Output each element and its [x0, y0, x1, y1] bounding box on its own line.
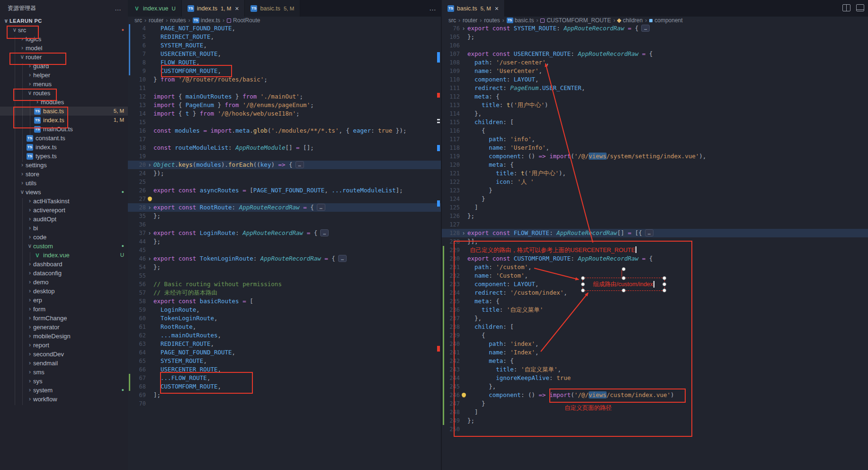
tree-item-index-vue[interactable]: Vindex.vueU — [0, 251, 128, 260]
code-line-24[interactable]: 24}); — [128, 169, 441, 178]
tree-item-seconddev[interactable]: ›secondDev — [0, 350, 128, 359]
tree-item-report[interactable]: ›report — [0, 341, 128, 350]
editor-layout-icon[interactable] — [856, 4, 864, 11]
code-line-55[interactable]: 55 — [128, 271, 441, 280]
code-line-10[interactable]: 10} from '/@/router/routes/basic'; — [128, 75, 441, 84]
code-line-66[interactable]: 66 USERCENTER_ROUTE, — [128, 365, 441, 374]
code-line-232[interactable]: 232 name: 'Custom', — [442, 271, 868, 280]
code-line-106[interactable]: 106 — [442, 41, 868, 50]
breadcrumb-item-routes[interactable]: routes — [484, 17, 500, 24]
code-line-57[interactable]: 57// 未经许可的基本路由 — [128, 289, 441, 297]
code-line-228[interactable]: 228}]; — [442, 237, 868, 246]
tree-item-routes[interactable]: ∨routes — [0, 89, 128, 98]
tab-close-icon[interactable]: × — [495, 5, 499, 12]
code-line-61[interactable]: 61 RootRoute, — [128, 323, 441, 331]
code-line-119[interactable]: 119 component: () => import('/@/views/sy… — [442, 152, 868, 161]
fold-chevron-icon[interactable]: › — [146, 162, 153, 168]
breadcrumb-item-router[interactable]: router — [149, 17, 163, 24]
tab-basic-ts[interactable]: TSbasic.ts5, M — [245, 0, 300, 17]
code-line-239[interactable]: 239 { — [442, 331, 868, 340]
tree-item-index-ts[interactable]: TSindex.ts — [0, 143, 128, 152]
code-line-59[interactable]: 59 LoginRoute, — [128, 306, 441, 314]
code-line-117[interactable]: 117 path: 'info', — [442, 135, 868, 144]
code-line-238[interactable]: 238 children: [ — [442, 323, 868, 331]
tree-item-auditopt[interactable]: ›auditOpt — [0, 215, 128, 224]
tree-item-src[interactable]: ∨src● — [0, 26, 128, 35]
tree-item-desktop[interactable]: ›desktop — [0, 287, 128, 296]
code-line-128[interactable]: 128›export const FLOW_ROUTE: AppRouteRec… — [442, 229, 868, 237]
breadcrumb-item-customform-route[interactable]: CUSTOMFORM_ROUTE — [540, 17, 611, 24]
code-line-240[interactable]: 240 path: 'index', — [442, 340, 868, 348]
code-line-125[interactable]: 125 ] — [442, 203, 868, 212]
code-line-248[interactable]: 248 ] — [442, 408, 868, 416]
tab-index-ts[interactable]: TSindex.ts1, M× — [182, 0, 245, 17]
code-line-12[interactable]: 12import { mainOutRoutes } from './mainO… — [128, 92, 441, 101]
code-line-58[interactable]: 58export const basicRoutes = [ — [128, 297, 441, 306]
code-line-121[interactable]: 121 title: t('用户中心'), — [442, 169, 868, 178]
breadcrumb-item-index-ts[interactable]: TSindex.ts — [193, 17, 220, 24]
tree-item-generator[interactable]: ›generator — [0, 323, 128, 332]
tree-item-workflow[interactable]: ›workflow — [0, 395, 128, 404]
code-line-246[interactable]: 246 component: () => import('/@/views/cu… — [442, 391, 868, 399]
code-line-111[interactable]: 111 redirect: PageEnum.USER_CENTER, — [442, 84, 868, 92]
tree-item-dataconfig[interactable]: ›dataconfig — [0, 269, 128, 278]
code-line-36[interactable]: 36 — [128, 220, 441, 229]
code-line-17[interactable]: 17 — [128, 135, 441, 144]
code-line-45[interactable]: 45 — [128, 246, 441, 254]
code-line-242[interactable]: 242 meta: { — [442, 357, 868, 365]
tab-basic-ts[interactable]: TSbasic.ts5, M× — [442, 0, 505, 17]
tree-item-sys[interactable]: ›sys — [0, 377, 128, 386]
code-line-241[interactable]: 241 name: 'Index', — [442, 348, 868, 357]
tree-item-sms[interactable]: ›sms — [0, 368, 128, 377]
code-line-25[interactable]: 25 — [128, 178, 441, 186]
breadcrumb-item-basic-ts[interactable]: TSbasic.ts — [507, 17, 534, 24]
code-line-14[interactable]: 14import { t } from '/@/hooks/web/useI18… — [128, 109, 441, 118]
code-line-16[interactable]: 16const modules = import.meta.glob('./mo… — [128, 127, 441, 135]
code-line-4[interactable]: 4 PAGE_NOT_FOUND_ROUTE, — [128, 24, 441, 33]
tree-item-modules[interactable]: ›modules — [0, 98, 128, 107]
tree-item-sendmail[interactable]: ›sendmail — [0, 359, 128, 368]
code-line-120[interactable]: 120 meta: { — [442, 161, 868, 169]
tree-item-store[interactable]: ›store — [0, 170, 128, 179]
code-line-113[interactable]: 113 title: t('用户中心') — [442, 101, 868, 109]
code-line-9[interactable]: 9 CUSTOMFORM_ROUTE, — [128, 67, 441, 75]
tree-item-logics[interactable]: ›logics — [0, 35, 128, 44]
code-line-63[interactable]: 63 REDIRECT_ROUTE, — [128, 340, 441, 348]
code-line-231[interactable]: 231 path: '/custom', — [442, 263, 868, 271]
code-line-28[interactable]: 28›export const RootRoute: AppRouteRecor… — [128, 203, 441, 212]
tree-item-settings[interactable]: ›settings — [0, 161, 128, 170]
code-line-64[interactable]: 64 PAGE_NOT_FOUND_ROUTE, — [128, 348, 441, 357]
code-line-115[interactable]: 115 children: [ — [442, 118, 868, 127]
breadcrumb-item-rootroute[interactable]: RootRoute — [227, 17, 260, 24]
breadcrumb-item-src[interactable]: src — [448, 17, 456, 24]
fold-chevron-icon[interactable]: › — [460, 25, 467, 32]
code-line-243[interactable]: 243 title: '自定义菜单', — [442, 365, 868, 374]
code-line-107[interactable]: 107export const USERCENTER_ROUTE: AppRou… — [442, 50, 868, 58]
code-line-237[interactable]: 237 }, — [442, 314, 868, 323]
fold-chevron-icon[interactable]: › — [460, 230, 467, 236]
code-line-250[interactable]: 250 — [442, 425, 868, 434]
code-line-60[interactable]: 60 TokenLoginRoute, — [128, 314, 441, 323]
code-line-123[interactable]: 123 } — [442, 186, 868, 195]
explorer-more-icon[interactable]: … — [115, 0, 121, 17]
code-line-236[interactable]: 236 title: '自定义菜单' — [442, 306, 868, 314]
lightbulb-icon[interactable] — [462, 393, 466, 397]
folded-region-badge[interactable]: … — [338, 255, 347, 262]
tree-item-helper[interactable]: ›helper — [0, 71, 128, 80]
code-line-126[interactable]: 126}; — [442, 212, 868, 220]
code-line-15[interactable]: 15 — [128, 118, 441, 127]
code-line-76[interactable]: 76›export const SYSTEM_ROUTE: AppRouteRe… — [442, 24, 868, 33]
tree-item-guard[interactable]: ›guard — [0, 62, 128, 71]
code-line-249[interactable]: 249}; — [442, 416, 868, 425]
tree-item-custom[interactable]: ∨custom● — [0, 242, 128, 251]
tree-item-dashboard[interactable]: ›dashboard — [0, 260, 128, 269]
tab-close-icon[interactable]: × — [235, 5, 239, 12]
code-line-247[interactable]: 247 } — [442, 399, 868, 408]
code-line-46[interactable]: 46›export const TokenLoginRoute: AppRout… — [128, 254, 441, 263]
code-line-233[interactable]: 233 component: LAYOUT, — [442, 280, 868, 289]
tree-item-menus[interactable]: ›menus — [0, 80, 128, 89]
code-line-124[interactable]: 124 } — [442, 195, 868, 203]
code-line-69[interactable]: 69]; — [128, 391, 441, 399]
fold-chevron-icon[interactable]: › — [146, 204, 153, 211]
code-line-67[interactable]: 67 ...FLOW_ROUTE, — [128, 374, 441, 382]
